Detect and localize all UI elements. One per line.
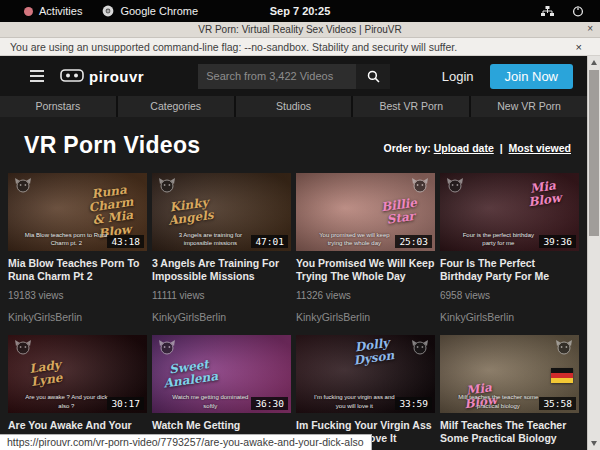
sandbox-warning-infobar: You are using an unsupported command-lin…	[0, 38, 600, 56]
search-button[interactable]	[356, 64, 390, 89]
video-studio-link[interactable]: KinkyGirlsBerlin	[8, 311, 147, 323]
video-card[interactable]: Dolly Dyson I'm fucking your virgin ass …	[296, 335, 435, 450]
studio-cat-mask-icon	[158, 177, 176, 193]
order-by-label: Order by:	[383, 142, 430, 154]
video-views: 11111 views	[152, 290, 291, 301]
video-card[interactable]: Mia Blow Milf teaches the teacher some p…	[440, 335, 579, 450]
power-icon[interactable]	[572, 5, 584, 17]
activities-label: Activities	[39, 5, 82, 17]
login-link[interactable]: Login	[442, 69, 474, 84]
video-studio-link[interactable]: KinkyGirlsBerlin	[440, 311, 579, 323]
thumbnail-overlay-title: Mia Blow	[512, 177, 575, 211]
video-card[interactable]: Lady Lyne Are you awake ? And your dick …	[8, 335, 147, 450]
video-title[interactable]: Mia Blow Teaches Porn To Runa Charm Pt 2	[8, 257, 147, 282]
search-input[interactable]	[198, 64, 356, 89]
video-card[interactable]: Sweet Analena Watch me getting dominated…	[152, 335, 291, 450]
german-flag-icon	[551, 368, 573, 383]
video-thumbnail[interactable]: Sweet Analena Watch me getting dominated…	[152, 335, 291, 413]
video-views: 11326 views	[296, 290, 435, 301]
thumbnail-overlay-title: Dolly Dyson	[342, 335, 405, 369]
order-link-upload-date[interactable]: Upload date	[434, 142, 494, 154]
video-card[interactable]: Kinky Angels 3 Angels are training for i…	[152, 173, 291, 323]
video-title[interactable]: 3 Angels Are Training For Impossible Mis…	[152, 257, 291, 282]
tab-close-icon[interactable]: ×	[587, 23, 593, 34]
video-thumbnail[interactable]: Runa Charm & Mia Blow Mia Blow teaches p…	[8, 173, 147, 251]
video-duration-badge: 33:59	[395, 397, 432, 410]
video-card[interactable]: Runa Charm & Mia Blow Mia Blow teaches p…	[8, 173, 147, 323]
video-duration-badge: 30:17	[107, 397, 144, 410]
network-icon[interactable]	[541, 6, 554, 17]
thumbnail-overlay-title: Sweet Analena	[158, 357, 221, 391]
site-header: pirouvr Login Join Now	[0, 56, 587, 96]
thumbnail-caption: Mia Blow teaches porn to Runa Charm pt. …	[23, 231, 109, 248]
main-nav: Pornstars Categories Studios Best VR Por…	[0, 96, 587, 117]
video-thumbnail[interactable]: Mia Blow Milf teaches the teacher some p…	[440, 335, 579, 413]
thumbnail-caption: Milf teaches the teacher some practical …	[455, 393, 541, 410]
infobar-message: You are using an unsupported command-lin…	[10, 41, 457, 53]
video-studio-link[interactable]: KinkyGirlsBerlin	[296, 311, 435, 323]
site-logo-text: pirouvr	[89, 68, 144, 85]
studio-cat-mask-icon	[555, 339, 573, 355]
join-now-button[interactable]: Join Now	[490, 64, 573, 89]
thumbnail-overlay-title: Lady Lyne	[14, 357, 77, 391]
studio-cat-mask-icon	[446, 177, 464, 193]
thumbnail-overlay-title: Billie Star	[368, 195, 431, 229]
video-title[interactable]: Milf Teaches The Teacher Some Practical …	[440, 419, 579, 444]
video-thumbnail[interactable]: Dolly Dyson I'm fucking your virgin ass …	[296, 335, 435, 413]
video-duration-badge: 25:03	[395, 235, 432, 248]
scroll-up-icon[interactable]	[588, 56, 600, 69]
video-grid: Runa Charm & Mia Blow Mia Blow teaches p…	[0, 159, 587, 450]
video-views: 19183 views	[8, 290, 147, 301]
infobar-close-icon[interactable]: ×	[576, 41, 582, 53]
page-title-row: VR Porn Videos Order by: Upload date | M…	[0, 117, 587, 159]
video-thumbnail[interactable]: Billie Star You promised we will keep tr…	[296, 173, 435, 251]
video-duration-badge: 36:30	[251, 397, 288, 410]
tab-title: VR Porn: Virtual Reality Sex Videos | Pi…	[198, 24, 401, 35]
system-top-bar: Activities Google Chrome Sep 7 20:25	[0, 0, 600, 22]
nav-item-pornstars[interactable]: Pornstars	[0, 96, 116, 117]
studio-cat-mask-icon	[411, 339, 429, 355]
video-duration-badge: 39:36	[539, 235, 576, 248]
thumbnail-caption: Four is the perfect birthday party for m…	[455, 231, 541, 248]
thumbnail-caption: Are you awake ? And your dick also ?	[23, 393, 109, 410]
video-studio-link[interactable]: KinkyGirlsBerlin	[152, 311, 291, 323]
video-duration-badge: 43:18	[107, 235, 144, 248]
clock[interactable]: Sep 7 20:25	[270, 5, 331, 17]
video-thumbnail[interactable]: Kinky Angels 3 Angels are training for i…	[152, 173, 291, 251]
thumbnail-caption: 3 Angels are training for impossible mis…	[167, 231, 253, 248]
thumbnail-caption: You promised we will keep trying the who…	[311, 231, 397, 248]
app-menu-button[interactable]: Google Chrome	[102, 5, 198, 17]
nav-item-new-vr-porn[interactable]: New VR Porn	[471, 96, 587, 117]
studio-cat-mask-icon	[158, 339, 176, 355]
vertical-scrollbar[interactable]	[587, 56, 600, 450]
video-card[interactable]: Mia Blow Four is the perfect birthday pa…	[440, 173, 579, 323]
video-title[interactable]: Four Is The Perfect Birthday Party For M…	[440, 257, 579, 282]
link-status-bubble: https://pirouvr.com/vr-porn-video/779325…	[0, 434, 372, 450]
video-duration-badge: 47:01	[251, 235, 288, 248]
order-link-most-viewed[interactable]: Most viewed	[509, 142, 571, 154]
chrome-icon	[102, 5, 114, 17]
menu-hamburger-icon[interactable]	[30, 70, 44, 82]
thumbnail-caption: Watch me getting dominated softly	[167, 393, 253, 410]
studio-cat-mask-icon	[411, 177, 429, 193]
nav-item-categories[interactable]: Categories	[118, 96, 234, 117]
screen-record-indicator-icon	[24, 7, 33, 16]
video-thumbnail[interactable]: Mia Blow Four is the perfect birthday pa…	[440, 173, 579, 251]
site-logo[interactable]: pirouvr	[60, 68, 144, 85]
activities-button[interactable]: Activities	[24, 5, 82, 17]
video-views: 6958 views	[440, 290, 579, 301]
nav-item-best-vr-porn[interactable]: Best VR Porn	[353, 96, 469, 117]
nav-item-studios[interactable]: Studios	[236, 96, 352, 117]
order-by: Order by: Upload date | Most viewed	[383, 142, 571, 159]
thumbnail-overlay-title: Kinky Angels	[158, 195, 221, 229]
video-card[interactable]: Billie Star You promised we will keep tr…	[296, 173, 435, 323]
browser-viewport: pirouvr Login Join Now Pornstar	[0, 56, 600, 450]
video-title[interactable]: You Promised We Will Keep Trying The Who…	[296, 257, 435, 282]
scrollbar-thumb[interactable]	[589, 70, 599, 236]
browser-title-bar: VR Porn: Virtual Reality Sex Videos | Pi…	[0, 22, 600, 38]
video-thumbnail[interactable]: Lady Lyne Are you awake ? And your dick …	[8, 335, 147, 413]
page-title: VR Porn Videos	[24, 132, 200, 159]
scroll-down-icon[interactable]	[588, 437, 600, 450]
video-duration-badge: 35:58	[539, 397, 576, 410]
studio-cat-mask-icon	[14, 339, 32, 355]
